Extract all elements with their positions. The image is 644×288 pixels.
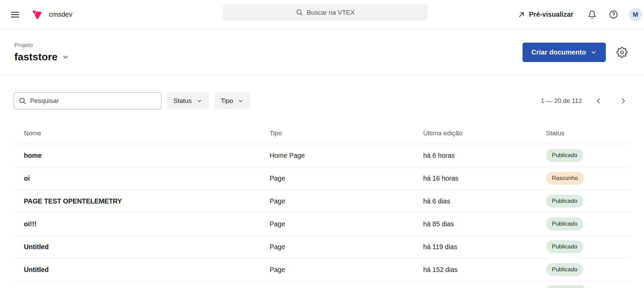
chevron-down-icon: [590, 49, 597, 56]
row-nome: Untitled: [14, 266, 270, 274]
search-icon: [296, 9, 303, 16]
status-badge: Publicado: [546, 195, 583, 208]
chevron-down-icon: [196, 98, 202, 104]
settings-button[interactable]: [615, 45, 629, 59]
preview-button-label: Pré-visualizar: [529, 11, 573, 18]
project-header: Projeto faststore Criar documento: [0, 29, 644, 76]
row-edicao: há 119 dias: [423, 243, 546, 251]
row-edicao: há 152 dias: [423, 266, 546, 274]
documents-table: Nome Tipo Última edição Status home Home…: [14, 123, 630, 288]
status-badge: [546, 285, 586, 288]
pagination: 1 — 20 de 112: [541, 95, 629, 107]
row-nome: oi: [14, 175, 270, 182]
table-row[interactable]: oi!!! Page há 85 dias Publicado: [14, 213, 630, 236]
table-row[interactable]: Untitled Page há 119 dias Publicado: [14, 236, 630, 258]
topbar-actions: Pré-visualizar: [518, 8, 642, 21]
pagination-next-button[interactable]: [617, 95, 629, 107]
status-badge: Publicado: [546, 240, 583, 253]
row-tipo: Home Page: [270, 152, 423, 160]
tipo-filter-button[interactable]: Tipo: [214, 92, 250, 109]
row-tipo: Page: [270, 266, 423, 274]
pagination-range: 1 — 20 de 112: [541, 97, 582, 105]
chevron-down-icon: [62, 53, 69, 61]
notifications-button[interactable]: [586, 9, 598, 20]
filter-bar: Status Tipo 1 — 20 de 112: [14, 92, 629, 109]
row-tipo: Page: [270, 197, 423, 205]
gear-icon: [616, 47, 628, 58]
chevron-left-icon: [595, 97, 602, 105]
cms-pages-screen: cmsdev Buscar na VTEX Pré-visualizar: [0, 0, 644, 288]
row-edicao: há 6 dias: [423, 197, 546, 205]
row-nome: oi!!!: [14, 220, 270, 228]
project-selector[interactable]: Projeto faststore: [14, 42, 69, 63]
row-tipo: Page: [270, 220, 423, 228]
project-name: faststore: [14, 51, 58, 63]
row-edicao: há 6 horas: [423, 152, 546, 160]
table-row[interactable]: PAGE TEST OPENTELEMETRY Page há 6 dias P…: [14, 190, 630, 213]
help-icon: [609, 10, 618, 19]
status-badge: Publicado: [546, 149, 583, 162]
search-icon: [19, 97, 26, 105]
table-row[interactable]: Untitled Page há 152 dias Publicado: [14, 258, 630, 281]
column-header-tipo: Tipo: [270, 130, 423, 137]
chevron-right-icon: [619, 97, 627, 105]
table-header: Nome Tipo Última edição Status: [14, 123, 630, 144]
search-box: [14, 92, 161, 109]
table-row[interactable]: [14, 281, 630, 288]
preview-button[interactable]: Pré-visualizar: [518, 11, 573, 18]
row-nome: PAGE TEST OPENTELEMETRY: [14, 197, 270, 205]
avatar[interactable]: M: [629, 8, 642, 21]
status-filter-button[interactable]: Status: [167, 92, 209, 109]
hamburger-menu-icon: [11, 11, 19, 18]
table-body: home Home Page há 6 horas Publicado oi P…: [14, 144, 630, 288]
row-edicao: há 16 horas: [423, 175, 546, 182]
row-nome: home: [14, 152, 270, 160]
create-document-button[interactable]: Criar documento: [523, 43, 606, 62]
table-row[interactable]: oi Page há 16 horas Rascunho: [14, 167, 630, 190]
arrow-up-right-icon: [518, 11, 525, 18]
global-search-placeholder: Buscar na VTEX: [307, 9, 355, 16]
status-filter-label: Status: [173, 97, 192, 105]
column-header-nome: Nome: [14, 130, 270, 137]
tipo-filter-label: Tipo: [221, 97, 233, 105]
row-tipo: Page: [270, 175, 423, 182]
account-name: cmsdev: [49, 11, 72, 18]
table-row[interactable]: home Home Page há 6 horas Publicado: [14, 144, 630, 167]
pagination-prev-button[interactable]: [593, 95, 604, 107]
vtex-logo[interactable]: [32, 10, 42, 20]
topbar: cmsdev Buscar na VTEX Pré-visualizar: [0, 0, 644, 29]
row-nome: Untitled: [14, 243, 270, 251]
column-header-status: Status: [546, 130, 630, 137]
bell-icon: [588, 10, 597, 19]
column-header-edicao: Última edição: [423, 130, 546, 137]
create-document-label: Criar documento: [531, 48, 586, 56]
project-label: Projeto: [14, 42, 69, 49]
status-badge: Publicado: [546, 263, 583, 276]
row-tipo: Page: [270, 243, 423, 251]
status-badge: Publicado: [546, 217, 583, 230]
row-edicao: há 85 dias: [423, 220, 546, 228]
status-badge: Rascunho: [546, 172, 584, 185]
search-input[interactable]: [30, 97, 156, 105]
hamburger-menu-button[interactable]: [9, 10, 21, 19]
chevron-down-icon: [238, 98, 244, 104]
global-search-bar[interactable]: Buscar na VTEX: [223, 4, 428, 20]
help-button[interactable]: [607, 9, 619, 20]
